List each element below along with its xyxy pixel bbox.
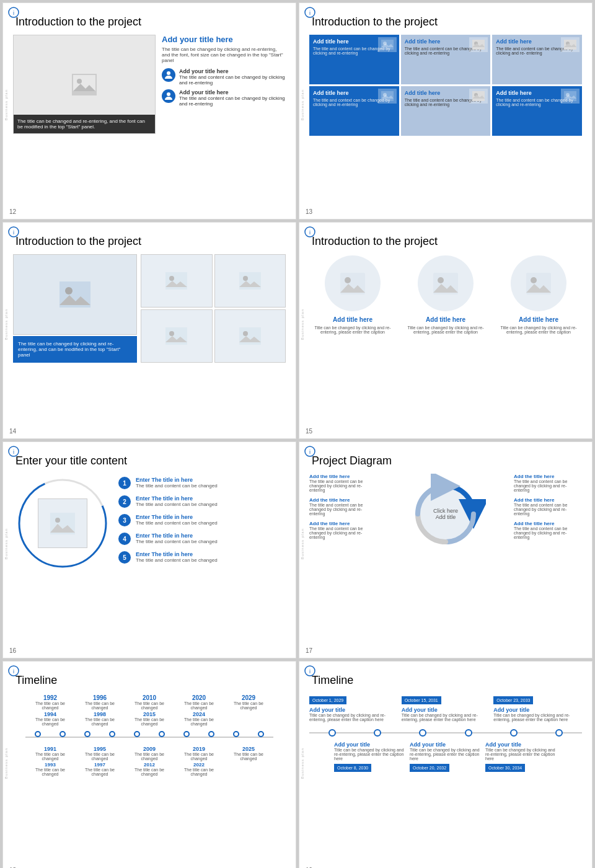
slide-12-content: The title can be changed and re-entering…: [13, 35, 286, 134]
circle-text-0: Title can be changed by clicking and re-…: [309, 326, 396, 334]
s19-bot-1: Add your title Title can be changed by c…: [410, 742, 482, 772]
slide-16-circle: [13, 474, 112, 573]
svg-text:i: i: [13, 229, 14, 236]
slide-19: i Business plan Timeline October 1, 2029…: [299, 661, 593, 868]
item-text-2: Enter The title in here The title and co…: [136, 514, 218, 526]
item-text-3: Enter The title in here The title and co…: [136, 533, 218, 544]
svg-point-37: [243, 276, 248, 281]
slide-17-content: Add the title here The title and content…: [309, 474, 582, 554]
cell-img-2: [561, 37, 580, 52]
avatar-icon-2: [162, 89, 175, 103]
slide-16-title: Enter your title content: [13, 454, 286, 467]
slide-15-title: Introduction to the project: [309, 235, 582, 248]
slide-12-blue-title: Add your title here: [162, 35, 286, 44]
circle-image-0: [325, 255, 381, 311]
svg-text:i: i: [309, 449, 311, 455]
date-badge-2: October 23, 2033: [493, 696, 533, 704]
svg-rect-25: [564, 91, 576, 101]
slide-14-small-1: [141, 254, 213, 308]
slide-16-item-1: 2 Enter The title in here The title and …: [118, 495, 286, 508]
circle-image-1: [418, 255, 474, 311]
date-badge-bot-0: October 8, 2030: [334, 764, 371, 772]
slide-17-center: Click here Add title: [381, 474, 510, 554]
slide-19-title: Timeline: [309, 674, 582, 687]
circle-title-0: Add title here: [309, 316, 396, 323]
item-num-0: 1: [118, 477, 131, 489]
slide-16-item-3: 4 Enter The title in here The title and …: [118, 533, 286, 545]
slide-16-item-0: 1 Enter The title in here The title and …: [118, 477, 286, 489]
date-badge-bot-1: October 20, 2032: [410, 764, 449, 772]
s17-right-0: Add the title here The title and content…: [514, 474, 582, 492]
sidebar-label-18: Business plan: [4, 748, 8, 779]
date-badge-bot-2: October 30, 2034: [485, 764, 525, 772]
slide-14-number: 14: [9, 428, 16, 435]
cell-img-0: [378, 37, 397, 52]
circle-text-1: Title can be changed by clicking and re-…: [402, 326, 489, 334]
slide-12-image-box: The title can be changed and re-entering…: [13, 35, 156, 134]
slide-14-small-2: [214, 254, 286, 308]
svg-rect-16: [564, 40, 576, 50]
svg-text:i: i: [309, 229, 311, 236]
svg-text:i: i: [309, 10, 311, 16]
slide-12-item-1-text: Add your title here The title and conten…: [179, 68, 286, 86]
slide-12: i Business plan Introduction to the proj…: [2, 2, 296, 219]
slide-icon-18: i: [8, 665, 19, 676]
s19-bot-0: Add your title Title can be changed by c…: [334, 742, 406, 772]
svg-rect-19: [381, 91, 394, 101]
sidebar-label-15: Business plan: [301, 309, 304, 340]
slide-12-caption: The title can be changed and re-entering…: [14, 115, 155, 133]
slide-12-title: Introduction to the project: [13, 16, 286, 29]
slide-17-left: Add the title here The title and content…: [309, 474, 377, 554]
svg-rect-10: [381, 40, 394, 50]
slide-15-number: 15: [306, 428, 312, 435]
svg-point-54: [531, 277, 537, 283]
cell-img-5: [561, 89, 580, 104]
sidebar-label-16: Business plan: [4, 528, 8, 559]
slide-13-cell-3: Add title here The title and context can…: [309, 86, 399, 136]
slide-13-number: 13: [306, 208, 312, 215]
slide-12-number: 12: [9, 208, 16, 215]
diagram-center-text: Click here Add title: [433, 508, 458, 520]
slide-17: i Business plan Project Diagram Add the …: [299, 441, 593, 658]
circle-title-1: Add title here: [402, 316, 489, 323]
slide-16-content: 1 Enter The title in here The title and …: [13, 474, 286, 573]
slide-18-timeline: 1992 The title can be changed 1994 The t…: [13, 694, 286, 776]
item-num-2: 3: [118, 514, 131, 526]
s19-top-2: October 23, 2033 Add your title Title ca…: [493, 693, 582, 722]
slide-14-small-4: [214, 309, 286, 363]
slide-12-right: Add your title here The title can be cha…: [162, 35, 286, 134]
svg-point-40: [169, 331, 174, 336]
svg-rect-22: [472, 91, 485, 101]
sidebar-label-14: Business plan: [4, 309, 8, 340]
item-num-4: 5: [118, 551, 131, 564]
s19-top-0: October 1, 2029 Add your title Title can…: [309, 693, 398, 722]
slide-13: i Business plan Introduction to the proj…: [299, 2, 593, 219]
slide-13-cell-1: Add title here The title and content can…: [401, 35, 491, 84]
s19-top-1: October 15, 2031 Add your title Title ca…: [402, 693, 490, 722]
slide-16-item-4: 5 Enter The title in here The title and …: [118, 551, 286, 564]
slide-12-desc: The title can be changed by clicking and…: [162, 46, 286, 63]
s19-bot-2: Add your title Title can be changed by c…: [485, 742, 557, 772]
slide-icon-16: i: [8, 446, 19, 457]
slide-16: i Business plan Enter your title content…: [2, 441, 296, 658]
slide-12-item-1: Add your title here The title and conten…: [162, 68, 286, 86]
slide-16-number: 16: [9, 647, 16, 654]
circle-text-2: Title can be changed by clicking and re-…: [495, 326, 582, 334]
date-badge-1: October 15, 2031: [402, 696, 441, 704]
slide-15: i Business plan Introduction to the proj…: [299, 222, 593, 439]
svg-point-7: [167, 92, 170, 96]
sidebar-label-17: Business plan: [301, 528, 304, 559]
svg-point-34: [169, 276, 174, 281]
slide-14-right: [141, 254, 286, 363]
slide-14-left: The title can be changed by clicking and…: [13, 254, 137, 363]
slide-17-title: Project Diagram: [309, 454, 582, 467]
sidebar-label-13: Business plan: [301, 89, 304, 120]
item-text-1: Enter The title in here The title and co…: [136, 495, 218, 507]
svg-point-43: [243, 331, 248, 336]
slide-16-item-2: 3 Enter The title in here The title and …: [118, 514, 286, 526]
slide-14-caption: The title can be changed by clicking and…: [13, 336, 137, 363]
cell-img-4: [469, 89, 488, 104]
circle-title-2: Add title here: [495, 316, 582, 323]
slide-14-small-3: [141, 309, 213, 363]
avatar-icon-1: [162, 68, 175, 82]
